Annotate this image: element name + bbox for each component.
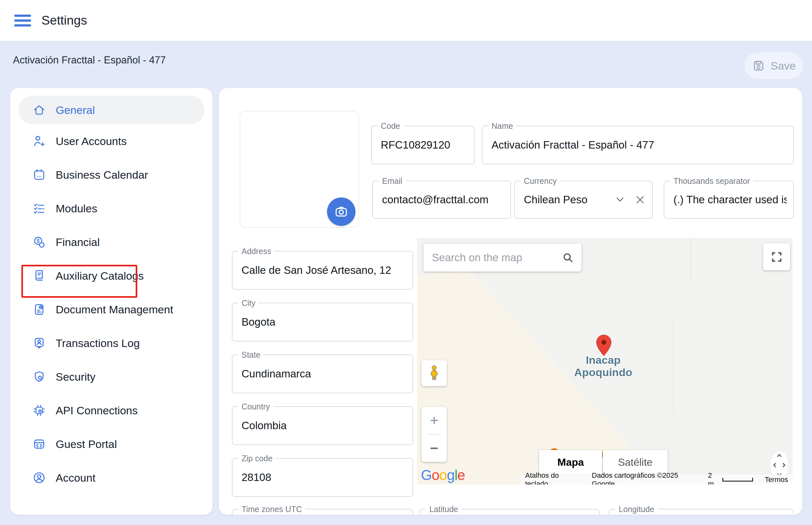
map-search-box[interactable]	[424, 244, 581, 272]
sidebar-item-guest-portal[interactable]: Guest Portal	[10, 427, 212, 461]
toolbar: Activación Fracttal - Español - 477 Save	[0, 41, 812, 80]
address-field[interactable]: Address Calle de San José Artesano, 12	[232, 251, 413, 290]
country-field[interactable]: Country Colombia	[232, 406, 413, 445]
sidebar-item-label: Document Management	[56, 303, 173, 316]
keyboard-shortcuts-link[interactable]: Atalhos do teclado	[525, 471, 580, 485]
save-button-label: Save	[770, 60, 796, 72]
latitude-field[interactable]: Latitude	[419, 509, 600, 515]
sidebar-item-label: Guest Portal	[56, 438, 117, 451]
document-clock-icon	[32, 303, 46, 316]
settings-page: Settings	[0, 0, 812, 525]
checklist-icon	[32, 202, 46, 215]
map-fullscreen-button[interactable]	[763, 243, 790, 270]
sidebar-item-account[interactable]: Account	[10, 461, 212, 495]
google-logo[interactable]: Google	[421, 467, 465, 483]
page-title: Settings	[42, 0, 87, 41]
map-attribution: Atalhos do teclado Dados cartográficos ©…	[521, 475, 793, 484]
map-road	[691, 238, 692, 283]
sidebar-item-modules[interactable]: Modules	[10, 192, 212, 225]
sidebar-item-label: User Accounts	[56, 135, 127, 148]
latitude-field-label: Latitude	[426, 504, 461, 514]
state-field[interactable]: State Cundinamarca	[232, 355, 413, 393]
svg-text:$: $	[36, 238, 40, 244]
pegman-control[interactable]	[422, 360, 447, 386]
upload-photo-button[interactable]	[327, 197, 355, 226]
company-photo-placeholder[interactable]	[240, 111, 359, 228]
sidebar-list: General User Accounts Business Cale	[10, 88, 212, 515]
sidebar-item-label: Account	[56, 471, 95, 484]
settings-sidebar: General User Accounts Business Cale	[10, 88, 212, 515]
calendar-icon	[32, 168, 46, 182]
country-field-value: Colombia	[241, 419, 286, 432]
sidebar-item-general[interactable]: General	[18, 96, 205, 124]
chip-icon	[32, 404, 46, 417]
map-zoom-control	[422, 407, 447, 462]
fullscreen-icon	[770, 251, 783, 263]
email-field[interactable]: Email contacto@fracttal.com	[372, 181, 511, 219]
zip-code-field[interactable]: Zip code 28108	[232, 458, 413, 497]
zoom-in-button[interactable]	[422, 407, 447, 434]
map-search-input[interactable]	[431, 251, 558, 264]
hamburger-menu-icon[interactable]	[14, 15, 31, 27]
search-icon[interactable]	[562, 252, 574, 264]
account-icon	[32, 471, 46, 484]
home-icon	[32, 103, 46, 117]
city-field-value: Bogota	[241, 316, 276, 328]
code-field-label: Code	[378, 121, 403, 131]
map-scale-label: 2 m	[708, 471, 719, 485]
name-field-label: Name	[488, 121, 516, 131]
sidebar-item-label: Transactions Log	[56, 337, 140, 349]
save-icon	[752, 59, 765, 73]
country-field-label: Country	[238, 402, 273, 411]
sidebar-item-label: Security	[56, 371, 95, 383]
currency-select[interactable]: Currency Chilean Peso	[514, 181, 653, 219]
code-field-value: RFC10829120	[381, 139, 451, 151]
map-scale: 2 m	[708, 471, 753, 485]
time-zones-field-label: Time zones UTC	[238, 504, 305, 514]
longitude-field[interactable]: Longitude	[609, 509, 794, 515]
sidebar-item-label: Business Calendar	[56, 169, 148, 181]
google-map[interactable]: Inacap Apoquindo Renovatio Restaurant Ma…	[417, 238, 793, 484]
zoom-out-button[interactable]	[422, 435, 447, 462]
clear-currency-icon[interactable]	[635, 195, 645, 205]
sidebar-item-business-calendar[interactable]: Business Calendar	[10, 158, 212, 192]
portal-icon	[32, 437, 46, 451]
sidebar-item-label: Modules	[56, 202, 98, 215]
code-field[interactable]: Code RFC10829120	[371, 125, 475, 164]
currency-field-value: Chilean Peso	[524, 194, 587, 206]
save-button[interactable]: Save	[745, 52, 803, 79]
thousands-separator-value: (.) The character used is a p	[674, 194, 787, 206]
email-field-label: Email	[379, 176, 406, 186]
chevron-down-icon[interactable]	[616, 197, 624, 202]
sidebar-item-api-connections[interactable]: API Connections	[10, 394, 212, 427]
sidebar-item-document-management[interactable]: Document Management	[10, 292, 212, 326]
sidebar-item-financial[interactable]: $ Financial	[10, 225, 212, 259]
map-scale-bar	[722, 478, 753, 482]
zip-code-field-value: 28108	[241, 471, 271, 483]
city-field[interactable]: City Bogota	[232, 303, 413, 342]
sidebar-item-transactions-log[interactable]: Transactions Log	[10, 326, 212, 360]
time-zones-field[interactable]: Time zones UTC	[232, 509, 413, 515]
name-field[interactable]: Name Activación Fracttal - Español - 477	[482, 125, 794, 164]
sidebar-item-user-accounts[interactable]: User Accounts	[10, 124, 212, 158]
breadcrumb: Activación Fracttal - Español - 477	[13, 41, 166, 80]
camera-icon	[334, 204, 349, 219]
terms-link[interactable]: Termos	[765, 476, 788, 484]
address-field-value: Calle de San José Artesano, 12	[241, 264, 391, 276]
poi-label[interactable]: Inacap Apoquindo	[553, 354, 653, 378]
name-field-value: Activación Fracttal - Español - 477	[491, 139, 654, 151]
address-field-label: Address	[238, 246, 275, 256]
user-badge-icon	[32, 336, 46, 350]
shield-icon	[32, 370, 46, 384]
sidebar-item-security[interactable]: Security	[10, 360, 212, 394]
city-field-label: City	[238, 298, 259, 308]
top-header: Settings	[0, 0, 812, 41]
thousands-separator-field[interactable]: Thousands separator (.) The character us…	[664, 181, 794, 219]
user-add-icon	[32, 134, 46, 148]
general-settings-panel: Code RFC10829120 Name Activación Fractta…	[219, 88, 802, 515]
coin-icon: $	[32, 235, 46, 249]
sidebar-item-auxiliary-catalogs[interactable]: Auxiliary Catalogs	[10, 259, 212, 292]
book-icon	[32, 269, 46, 283]
sidebar-item-label: General	[56, 104, 95, 117]
sidebar-item-label: Auxiliary Catalogs	[56, 270, 144, 282]
